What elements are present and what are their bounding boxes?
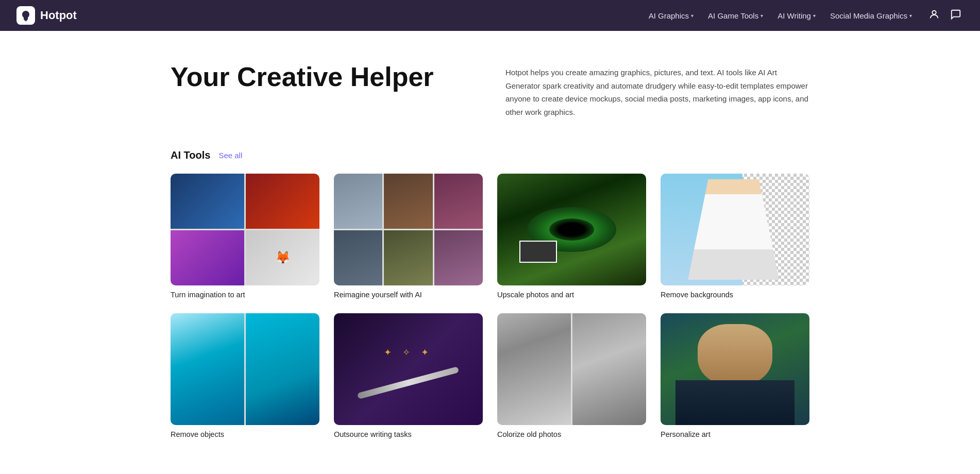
mona-visual bbox=[661, 313, 809, 425]
bw-mosaic bbox=[497, 313, 646, 425]
section-title: AI Tools bbox=[171, 149, 210, 161]
bw-face-2 bbox=[572, 313, 646, 425]
mosaic-cell bbox=[334, 230, 382, 285]
logo[interactable]: Hotpot bbox=[16, 6, 77, 25]
tool-image-imagination: 🦊 bbox=[171, 174, 319, 285]
mona-body bbox=[675, 380, 795, 425]
mosaic-cell bbox=[246, 174, 319, 229]
section-header: AI Tools See all bbox=[171, 149, 809, 161]
bw-face-1 bbox=[497, 313, 571, 425]
tool-image-writing bbox=[334, 313, 483, 425]
hero-title: Your Creative Helper bbox=[171, 62, 475, 93]
pen-shape bbox=[357, 366, 460, 399]
chevron-down-icon: ▾ bbox=[813, 13, 816, 19]
tool-label: Remove objects bbox=[171, 430, 319, 438]
tool-image-remove-bg bbox=[661, 174, 809, 285]
tool-label: Upscale photos and art bbox=[497, 291, 646, 299]
tool-label: Reimagine yourself with AI bbox=[334, 291, 483, 299]
tool-image-upscale bbox=[497, 174, 646, 285]
nav-ai-graphics[interactable]: AI Graphics ▾ bbox=[643, 7, 700, 24]
main-content: Your Creative Helper Hotpot helps you cr… bbox=[129, 31, 851, 474]
nav-social-media[interactable]: Social Media Graphics ▾ bbox=[824, 7, 918, 24]
tool-image-reimagine bbox=[334, 174, 483, 285]
tool-label: Turn imagination to art bbox=[171, 291, 319, 299]
mosaic-cell bbox=[434, 174, 483, 229]
tool-label: Remove backgrounds bbox=[661, 291, 809, 299]
mosaic-cell bbox=[434, 230, 483, 285]
nav-ai-game-tools[interactable]: AI Game Tools ▾ bbox=[702, 7, 769, 24]
nav-icons bbox=[926, 7, 964, 25]
tool-card-imagination[interactable]: 🦊 Turn imagination to art bbox=[171, 174, 319, 299]
nav-ai-writing[interactable]: AI Writing ▾ bbox=[771, 7, 822, 24]
tool-label: Outsource writing tasks bbox=[334, 430, 483, 438]
tools-grid: 🦊 Turn imagination to art bbox=[171, 174, 809, 438]
svg-point-2 bbox=[932, 10, 936, 14]
chevron-down-icon: ▾ bbox=[761, 13, 763, 19]
tool-label: Colorize old photos bbox=[497, 430, 646, 438]
see-all-link[interactable]: See all bbox=[218, 151, 242, 160]
mosaic-imagination: 🦊 bbox=[171, 174, 319, 285]
wave-cell-1 bbox=[171, 313, 244, 425]
tool-label: Personalize art bbox=[661, 430, 809, 438]
user-icon[interactable] bbox=[926, 7, 942, 25]
wave-mosaic bbox=[171, 313, 319, 425]
chevron-down-icon: ▾ bbox=[691, 13, 694, 19]
nav-links: AI Graphics ▾ AI Game Tools ▾ AI Writing… bbox=[643, 7, 918, 24]
hero-right: Hotpot helps you create amazing graphics… bbox=[505, 62, 809, 118]
svg-rect-1 bbox=[25, 21, 27, 22]
chat-icon[interactable] bbox=[948, 7, 964, 25]
wave-cell-2 bbox=[246, 313, 319, 425]
hero-section: Your Creative Helper Hotpot helps you cr… bbox=[171, 62, 809, 118]
tool-image-remove-objects bbox=[171, 313, 319, 425]
tool-image-personalize bbox=[661, 313, 809, 425]
mosaic-reimagine bbox=[334, 174, 483, 285]
tool-card-personalize[interactable]: Personalize art bbox=[661, 313, 809, 438]
mosaic-cell bbox=[334, 174, 382, 229]
upscale-compare-box bbox=[519, 241, 556, 263]
hero-left: Your Creative Helper bbox=[171, 62, 475, 93]
tool-card-remove-bg[interactable]: Remove backgrounds bbox=[661, 174, 809, 299]
mosaic-cell: 🦊 bbox=[246, 230, 319, 285]
mosaic-cell bbox=[171, 174, 244, 229]
hero-description: Hotpot helps you create amazing graphics… bbox=[505, 62, 809, 118]
mona-face bbox=[698, 324, 772, 385]
tool-card-colorize[interactable]: Colorize old photos bbox=[497, 313, 646, 438]
ai-tools-section: AI Tools See all 🦊 Turn imagination to a… bbox=[171, 149, 809, 438]
svg-rect-0 bbox=[24, 20, 27, 21]
navbar: Hotpot AI Graphics ▾ AI Game Tools ▾ AI … bbox=[0, 0, 980, 31]
tool-card-reimagine[interactable]: Reimagine yourself with AI bbox=[334, 174, 483, 299]
mosaic-cell bbox=[171, 230, 244, 285]
tool-image-colorize bbox=[497, 313, 646, 425]
upscale-visual bbox=[497, 174, 646, 285]
tool-card-writing[interactable]: Outsource writing tasks bbox=[334, 313, 483, 438]
logo-text: Hotpot bbox=[40, 9, 77, 22]
logo-icon bbox=[16, 6, 35, 25]
tool-card-remove-objects[interactable]: Remove objects bbox=[171, 313, 319, 438]
mosaic-cell bbox=[384, 230, 432, 285]
sparkle-visual bbox=[334, 313, 483, 425]
tool-card-upscale[interactable]: Upscale photos and art bbox=[497, 174, 646, 299]
mosaic-cell bbox=[384, 174, 432, 229]
chevron-down-icon: ▾ bbox=[909, 13, 912, 19]
